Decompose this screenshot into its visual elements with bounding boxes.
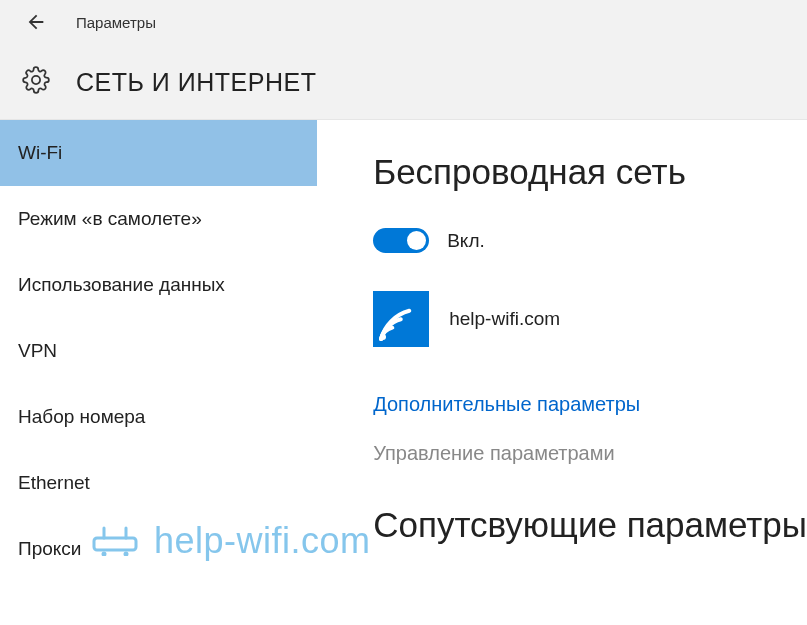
toggle-label: Вкл. <box>447 230 485 252</box>
wifi-icon <box>373 291 429 347</box>
advanced-options-link[interactable]: Дополнительные параметры <box>373 393 807 416</box>
section-title: СЕТЬ И ИНТЕРНЕТ <box>76 68 316 97</box>
network-row[interactable]: help-wifi.com <box>373 291 807 347</box>
wifi-toggle-row: Вкл. <box>373 228 807 253</box>
sidebar-item-wifi[interactable]: Wi-Fi <box>0 120 317 186</box>
sidebar-item-proxy[interactable]: Прокси <box>0 516 317 582</box>
sidebar-item-dialup[interactable]: Набор номера <box>0 384 317 450</box>
arrow-left-icon <box>25 11 47 33</box>
back-button[interactable] <box>22 8 50 36</box>
page-title: Беспроводная сеть <box>373 152 807 192</box>
svg-point-0 <box>380 334 386 340</box>
sidebar-item-vpn[interactable]: VPN <box>0 318 317 384</box>
toggle-knob <box>407 231 426 250</box>
content: Wi-Fi Режим «в самолете» Использование д… <box>0 120 807 582</box>
sidebar: Wi-Fi Режим «в самолете» Использование д… <box>0 120 317 582</box>
related-heading: Сопутсвующие параметры <box>373 505 807 545</box>
manage-settings-text[interactable]: Управление параметрами <box>373 442 807 465</box>
header: Параметры СЕТЬ И ИНТЕРНЕТ <box>0 0 807 120</box>
section-header: СЕТЬ И ИНТЕРНЕТ <box>0 36 807 98</box>
gear-icon <box>22 66 50 98</box>
wifi-toggle[interactable] <box>373 228 429 253</box>
sidebar-item-data-usage[interactable]: Использование данных <box>0 252 317 318</box>
sidebar-item-airplane[interactable]: Режим «в самолете» <box>0 186 317 252</box>
network-name: help-wifi.com <box>449 308 560 330</box>
topbar: Параметры <box>0 0 807 36</box>
window-title: Параметры <box>76 14 156 31</box>
main-panel: Беспроводная сеть Вкл. help-wifi.com Доп… <box>317 120 807 582</box>
sidebar-item-ethernet[interactable]: Ethernet <box>0 450 317 516</box>
